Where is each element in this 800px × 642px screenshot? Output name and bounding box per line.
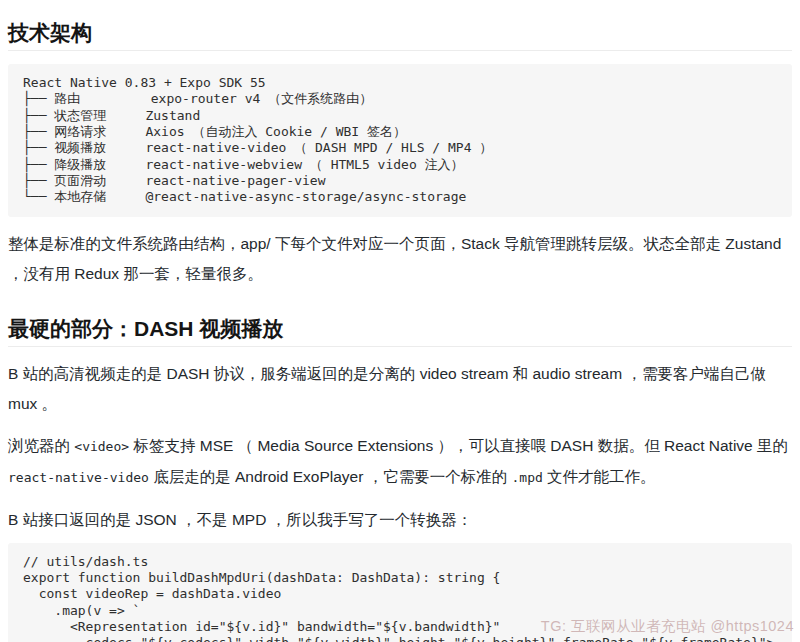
- code-line: React Native 0.83 + Expo SDK 55: [23, 75, 777, 91]
- tech-stack-code-block: React Native 0.83 + Expo SDK 55 ├── 路由 e…: [8, 64, 792, 216]
- code-line: const videoRep = dashData.video: [23, 586, 777, 602]
- code-line: // utils/dash.ts: [23, 554, 777, 570]
- inline-code-mpd-extension: .mpd: [512, 470, 543, 485]
- paragraph-routing-summary: 整体是标准的文件系统路由结构，app/ 下每个文件对应一个页面，Stack 导航…: [8, 229, 792, 289]
- inline-code-video-tag: <video>: [74, 439, 129, 454]
- code-line: ├── 视频播放 react-native-video （ DASH MPD /…: [23, 140, 777, 156]
- text-run: 标签支持 MSE （ Media Source Extensions ），可以直…: [129, 437, 788, 454]
- code-line: <Representation id="${v.id}" bandwidth="…: [23, 619, 777, 635]
- inline-code-react-native-video: react-native-video: [8, 470, 149, 485]
- code-line: ├── 路由 expo-router v4 （文件系统路由）: [23, 91, 777, 107]
- dash-converter-code-block: // utils/dash.ts export function buildDa…: [8, 543, 792, 642]
- paragraph-json-converter: B 站接口返回的是 JSON ，不是 MPD ，所以我手写了一个转换器：: [8, 505, 792, 535]
- code-line: .map(v => `: [23, 603, 777, 619]
- code-line: codecs="${v.codecs}" width="${v.width}" …: [23, 635, 777, 642]
- article-page: 技术架构 React Native 0.83 + Expo SDK 55 ├──…: [0, 0, 800, 642]
- text-run: 浏览器的: [8, 437, 74, 454]
- code-line: ├── 状态管理 Zustand: [23, 108, 777, 124]
- code-line: ├── 降级播放 react-native-webview （ HTML5 vi…: [23, 157, 777, 173]
- heading-dash-playback: 最硬的部分：DASH 视频播放: [8, 317, 792, 347]
- text-run: 文件才能工作。: [543, 468, 656, 485]
- code-line: ├── 网络请求 Axios （自动注入 Cookie / WBI 签名）: [23, 124, 777, 140]
- code-line: └── 本地存储 @react-native-async-storage/asy…: [23, 189, 777, 205]
- code-line: export function buildDashMpdUri(dashData…: [23, 570, 777, 586]
- text-run: 底层走的是 Android ExoPlayer ，它需要一个标准的: [149, 468, 512, 485]
- code-line: ├── 页面滑动 react-native-pager-view: [23, 173, 777, 189]
- paragraph-mse-exoplayer: 浏览器的 <video> 标签支持 MSE （ Media Source Ext…: [8, 431, 792, 493]
- paragraph-dash-protocol: B 站的高清视频走的是 DASH 协议，服务端返回的是分离的 video str…: [8, 359, 792, 419]
- heading-tech-architecture: 技术架构: [8, 21, 792, 51]
